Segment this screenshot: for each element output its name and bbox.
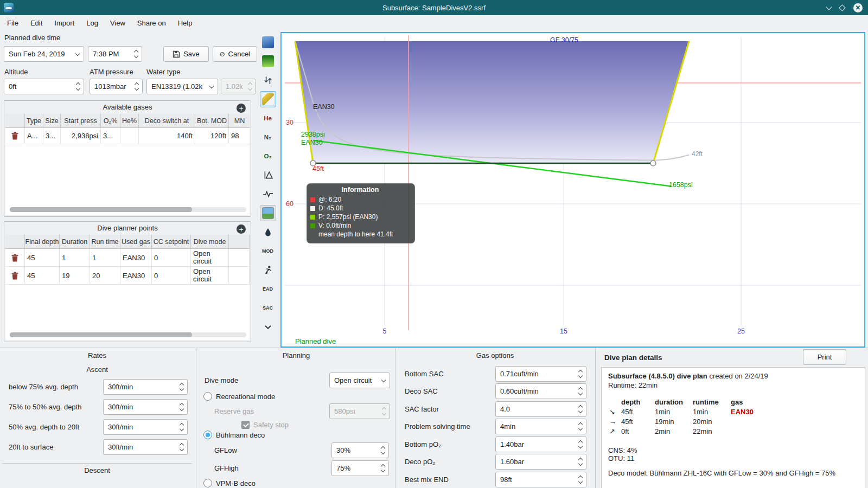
spinner-arrows[interactable] (177, 442, 186, 452)
titlebar[interactable]: Subsurface: SampleDivesV2.ssrf (0, 0, 868, 15)
point-runtime-cell[interactable]: 20 (90, 267, 120, 285)
spinner-arrows[interactable] (576, 404, 584, 414)
point-setpoint-cell[interactable]: 0 (152, 249, 191, 267)
sac-toggle-icon[interactable]: SAC (260, 300, 276, 316)
spinner-arrows[interactable] (576, 369, 584, 379)
menu-share-on[interactable]: Share on (131, 15, 172, 31)
altitude-spinner[interactable]: 0ft (4, 79, 84, 94)
ead-toggle-icon[interactable]: EAD (260, 281, 276, 297)
bottom-po2-spinner[interactable]: 1.40bar (495, 436, 586, 452)
spinner-arrows[interactable] (576, 421, 584, 432)
gas-bot-mod-cell[interactable]: 120ft (195, 128, 229, 144)
gas-start-press-cell[interactable]: 2,938psi (61, 128, 101, 144)
add-point-button[interactable]: + (237, 224, 246, 234)
point-divemode-cell[interactable]: Open circuit (191, 249, 229, 267)
deco-po2-spinner[interactable]: 1.60bar (495, 454, 586, 470)
exertion-toggle-icon[interactable] (260, 262, 276, 278)
gflow-spinner[interactable]: 30% (331, 442, 389, 458)
bottom-sac-spinner[interactable]: 0.71cuft/min (495, 366, 586, 382)
spinner-arrows[interactable] (177, 422, 186, 432)
menu-help[interactable]: Help (172, 15, 199, 31)
scrollbar-handle[interactable] (10, 332, 192, 337)
sac-factor-spinner[interactable]: 4.0 (495, 401, 586, 417)
point-depth-cell[interactable]: 45 (25, 249, 60, 267)
buhlmann-deco-radio[interactable] (203, 431, 212, 439)
spinner-arrows[interactable] (576, 439, 584, 450)
menu-edit[interactable]: Edit (24, 15, 48, 31)
point-setpoint-cell[interactable]: 0 (152, 267, 191, 285)
maximize-icon[interactable] (839, 4, 846, 11)
print-button[interactable]: Print (803, 349, 846, 365)
problem-time-spinner[interactable]: 4min (495, 419, 586, 434)
point-gas-cell[interactable]: EAN30 (120, 267, 152, 285)
he-graph-toggle-icon[interactable]: He (260, 110, 276, 126)
point-runtime-cell[interactable]: 1 (90, 249, 120, 267)
dive-profile-chart[interactable]: GF 30/75 30 60 5 15 25 Planned dive EAN3… (280, 32, 865, 348)
deco-sac-spinner[interactable]: 0.60cuft/min (495, 383, 586, 399)
ascent-rate-50to20-spinner[interactable]: 30ft/min (103, 419, 188, 435)
plan-headline-bold: Subsurface (4.8.5.0) dive plan (608, 372, 707, 380)
point-divemode-cell[interactable]: Open circuit (191, 267, 229, 285)
spinner-arrows[interactable] (74, 81, 82, 92)
spinner-arrows[interactable] (379, 463, 387, 473)
atm-pressure-spinner[interactable]: 1013mbar (90, 79, 143, 94)
gas-size-cell[interactable]: 3... (43, 128, 61, 144)
photos-toggle-icon[interactable] (260, 205, 276, 221)
spinner-arrows[interactable] (576, 386, 584, 396)
heartrate-toggle-icon[interactable] (260, 186, 276, 202)
delete-point-button[interactable] (5, 267, 25, 285)
tissues-toggle-icon[interactable] (260, 167, 276, 183)
save-button[interactable]: Save (163, 46, 209, 62)
gas-type-cell[interactable]: A... (25, 128, 43, 144)
menu-file[interactable]: File (1, 15, 24, 31)
collapse-toolbar-icon[interactable] (260, 319, 276, 335)
ascent-rate-20tosurface-spinner[interactable]: 30ft/min (103, 439, 188, 455)
ascent-rate-75to50-spinner[interactable]: 30ft/min (103, 399, 188, 415)
gas-mnd-cell[interactable]: 98 (229, 128, 250, 144)
gas-he-cell[interactable] (120, 128, 139, 144)
waypoint-handle-2[interactable] (650, 160, 656, 166)
menu-import[interactable]: Import (48, 15, 80, 31)
delete-point-button[interactable] (5, 249, 25, 267)
dive-date-combo[interactable]: Sun Feb 24, 2019 (4, 46, 84, 62)
spinner-arrows[interactable] (177, 402, 186, 412)
menu-view[interactable]: View (104, 15, 131, 31)
spinner-arrows[interactable] (132, 81, 141, 92)
best-mix-end-spinner[interactable]: 98ft (495, 472, 586, 487)
ceiling-toggle-icon[interactable] (260, 34, 276, 50)
delete-gas-button[interactable] (5, 128, 25, 144)
close-icon[interactable] (853, 3, 863, 12)
spinner-arrows[interactable] (576, 474, 584, 485)
dive-mode-combo[interactable]: Open circuit (329, 373, 390, 388)
gas-o2-cell[interactable]: 3... (101, 128, 120, 144)
points-hscrollbar[interactable] (10, 332, 246, 337)
mod-toggle-icon[interactable]: MOD (260, 243, 276, 259)
point-duration-cell[interactable]: 19 (60, 267, 90, 285)
cancel-button[interactable]: Cancel (213, 46, 257, 62)
ruler-toggle-icon[interactable] (260, 91, 276, 107)
o2-graph-toggle-icon[interactable]: O₂ (260, 148, 276, 164)
point-duration-cell[interactable]: 1 (60, 249, 90, 267)
gas-deco-switch-cell[interactable]: 140ft (139, 128, 195, 144)
water-type-combo[interactable]: EN13319 (1.02k (146, 79, 218, 94)
dc-ceiling-toggle-icon[interactable] (260, 224, 276, 240)
ascent-rate-below75-spinner[interactable]: 30ft/min (103, 379, 188, 395)
spinner-arrows[interactable] (576, 457, 584, 467)
minimize-icon[interactable] (826, 4, 832, 10)
recreational-mode-radio[interactable] (203, 392, 212, 401)
n2-graph-toggle-icon[interactable]: N₂ (260, 129, 276, 145)
scrollbar-handle[interactable] (10, 207, 192, 212)
dive-time-spinner[interactable]: 7:38 PM (88, 46, 142, 62)
spinner-arrows[interactable] (177, 382, 186, 392)
vpmb-deco-radio[interactable] (203, 479, 212, 487)
gases-hscrollbar[interactable] (10, 207, 246, 212)
point-depth-cell[interactable]: 45 (25, 267, 60, 285)
spinner-arrows[interactable] (132, 49, 140, 59)
tissue-heatmap-toggle-icon[interactable] (260, 53, 276, 69)
menu-log[interactable]: Log (80, 15, 104, 31)
setpoint-toggle-icon[interactable] (260, 72, 276, 88)
spinner-arrows[interactable] (379, 445, 387, 455)
add-gas-button[interactable]: + (237, 104, 246, 113)
point-gas-cell[interactable]: EAN30 (120, 249, 152, 267)
gfhigh-spinner[interactable]: 75% (331, 460, 389, 476)
